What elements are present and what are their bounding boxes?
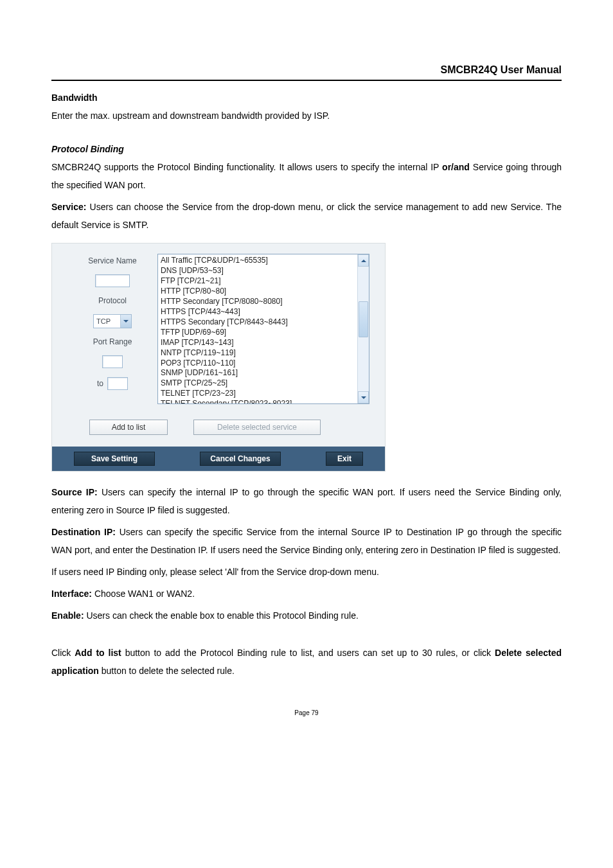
scroll-down-button[interactable] <box>358 391 369 403</box>
list-item[interactable]: FTP [TCP/21~21] <box>161 276 355 287</box>
label-service-name: Service Name <box>88 256 136 265</box>
list-item[interactable]: TELNET [TCP/23~23] <box>161 389 355 399</box>
service-management-panel: Service Name Protocol TCP Port Range to <box>51 243 386 472</box>
scroll-up-button[interactable] <box>358 254 369 267</box>
page-number: Page 79 <box>51 709 562 716</box>
bandwidth-heading: Bandwidth <box>51 93 562 103</box>
label-port-range: Port Range <box>93 337 132 346</box>
list-item[interactable]: HTTPS Secondary [TCP/8443~8443] <box>161 317 355 328</box>
final-bold-1: Add to list <box>75 648 121 658</box>
source-ip-text: Users can specify the internal IP to go … <box>51 487 562 515</box>
chevron-down-icon <box>120 315 131 328</box>
source-ip-paragraph: Source IP: Users can specify the interna… <box>51 483 562 519</box>
header-divider <box>51 80 562 81</box>
list-item[interactable]: DNS [UDP/53~53] <box>161 266 355 276</box>
list-item[interactable]: IMAP [TCP/143~143] <box>161 338 355 348</box>
protocol-select[interactable]: TCP <box>93 314 132 328</box>
enable-paragraph: Enable: Users can check the enable box t… <box>51 607 562 624</box>
service-paragraph: Service: Users can choose the Service fr… <box>51 198 562 234</box>
service-label: Service: <box>51 202 86 212</box>
protocol-value: TCP <box>94 317 120 325</box>
scroll-thumb[interactable] <box>359 301 368 337</box>
service-text: Users can choose the Service from the dr… <box>51 202 562 230</box>
list-item[interactable]: POP3 [TCP/110~110] <box>161 359 355 369</box>
port-range-from-input[interactable] <box>102 355 123 368</box>
list-item[interactable]: NNTP [TCP/119~119] <box>161 348 355 359</box>
port-range-to-input[interactable] <box>107 377 128 390</box>
interface-text: Choose WAN1 or WAN2. <box>92 589 195 599</box>
service-name-input[interactable] <box>95 274 130 287</box>
panel-action-bar: Save Setting Cancel Changes Exit <box>52 447 385 471</box>
list-item[interactable]: HTTP [TCP/80~80] <box>161 287 355 297</box>
delete-selected-button[interactable]: Delete selected service <box>193 420 321 435</box>
dest-ip-label: Destination IP: <box>51 527 116 537</box>
final-d: button to delete the selected rule. <box>99 666 235 676</box>
list-item[interactable]: HTTP Secondary [TCP/8080~8080] <box>161 297 355 307</box>
enable-text: Users can check the enable box to enable… <box>84 610 359 621</box>
enable-label: Enable: <box>51 610 84 621</box>
source-ip-label: Source IP: <box>51 487 98 497</box>
list-item[interactable]: SNMP [UDP/161~161] <box>161 368 355 378</box>
cancel-changes-button[interactable]: Cancel Changes <box>200 452 281 466</box>
label-to: to <box>97 379 103 388</box>
service-listbox[interactable]: All Traffic [TCP&UDP/1~65535] DNS [UDP/5… <box>157 254 369 404</box>
exit-button[interactable]: Exit <box>326 452 363 466</box>
chevron-down-icon <box>361 396 366 399</box>
final-c: button to add the Protocol Binding rule … <box>121 648 495 658</box>
interface-paragraph: Interface: Choose WAN1 or WAN2. <box>51 585 562 603</box>
final-a: Click <box>51 648 75 658</box>
list-item[interactable]: TFTP [UDP/69~69] <box>161 328 355 338</box>
doc-title: SMCBR24Q User Manual <box>51 64 562 76</box>
protocol-binding-heading: Protocol Binding <box>51 144 562 154</box>
final-paragraph: Click Add to list button to add the Prot… <box>51 644 562 680</box>
pb-intro-a: SMCBR24Q supports the Protocol Binding f… <box>51 162 442 172</box>
ip-binding-note: If users need IP Binding only, please se… <box>51 563 562 581</box>
listbox-scrollbar[interactable] <box>357 254 369 403</box>
scroll-track[interactable] <box>358 267 369 391</box>
list-item[interactable]: SMTP [TCP/25~25] <box>161 378 355 389</box>
list-item[interactable]: All Traffic [TCP&UDP/1~65535] <box>161 256 355 266</box>
list-item[interactable]: TELNET Secondary [TCP/8023~8023] <box>161 399 355 403</box>
pb-intro-bold: or/and <box>442 162 470 172</box>
add-to-list-button[interactable]: Add to list <box>89 420 168 435</box>
interface-label: Interface: <box>51 589 92 599</box>
service-list-items: All Traffic [TCP&UDP/1~65535] DNS [UDP/5… <box>158 254 357 403</box>
chevron-up-icon <box>361 260 366 262</box>
dest-ip-text: Users can specify the specific Service f… <box>51 527 562 555</box>
protocol-binding-intro: SMCBR24Q supports the Protocol Binding f… <box>51 158 562 194</box>
label-protocol: Protocol <box>98 296 127 305</box>
bandwidth-text: Enter the max. upstream and downstream b… <box>51 107 562 125</box>
dest-ip-paragraph: Destination IP: Users can specify the sp… <box>51 523 562 559</box>
save-setting-button[interactable]: Save Setting <box>74 452 155 466</box>
list-item[interactable]: HTTPS [TCP/443~443] <box>161 307 355 317</box>
